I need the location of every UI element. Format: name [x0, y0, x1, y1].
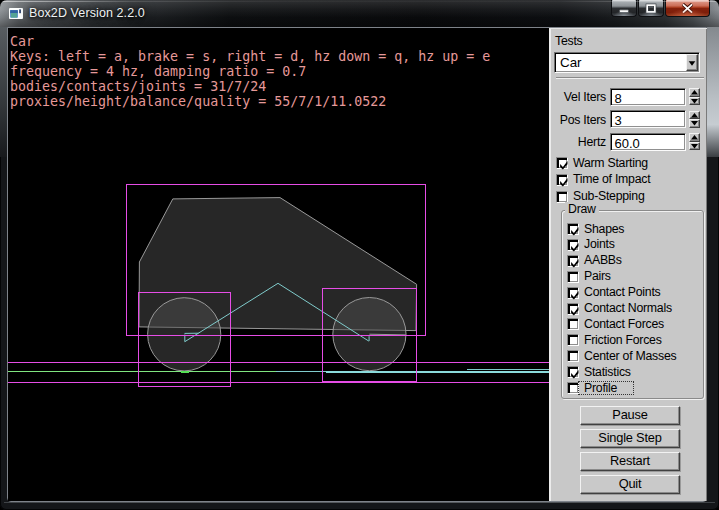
control-panel: TestsCarVel Iters8Pos Iters3Hertz60.0War…: [551, 28, 707, 501]
spinner-input-vel-iters[interactable]: 8: [610, 88, 686, 106]
draw-joints-checkbox[interactable]: [567, 239, 579, 251]
spinner-up-button[interactable]: [689, 133, 700, 142]
window-title: Box2D Version 2.2.0: [29, 6, 145, 20]
debug-text-line: Car: [10, 34, 34, 49]
maximize-button[interactable]: [638, 0, 664, 17]
draw-center-of-masses-checkbox[interactable]: [567, 350, 579, 362]
sim-sub-stepping-checkbox[interactable]: [556, 191, 568, 203]
draw-contact-normals-label: Contact Normals: [584, 301, 672, 315]
separator-line: [556, 77, 704, 79]
profile-focus-rect: [578, 381, 634, 396]
spinner-down-button[interactable]: [689, 142, 700, 151]
quit-button[interactable]: Quit: [580, 475, 680, 494]
sim-time-of-impact-label: Time of Impact: [573, 172, 650, 186]
draw-contact-points-label: Contact Points: [584, 285, 660, 299]
scene-svg: CarKeys: left = a, brake = s, right = d,…: [8, 28, 549, 501]
wheel-axis-line: [369, 334, 406, 335]
draw-shapes-checkbox[interactable]: [567, 223, 579, 235]
draw-center-of-masses-label: Center of Masses: [584, 349, 676, 363]
tests-label: Tests: [555, 34, 582, 48]
spinner-up-icon: [690, 134, 699, 141]
title-bar[interactable]: Box2D Version 2.2.0: [0, 0, 719, 27]
check-icon: [568, 288, 580, 300]
draw-pairs-checkbox[interactable]: [567, 271, 579, 283]
debug-text-line: proxies/height/balance/quality = 55/7/1/…: [10, 94, 386, 109]
debug-text-line: bodies/contacts/joints = 31/7/24: [10, 79, 266, 94]
spinner-value: 8: [615, 91, 622, 106]
single-step-button[interactable]: Single Step: [580, 429, 680, 448]
spinner-value: 3: [615, 113, 622, 128]
draw-statistics-label: Statistics: [584, 365, 631, 379]
spinner-down-icon: [690, 98, 699, 105]
maximize-glyph: [639, 0, 663, 17]
app-icon: [9, 8, 23, 19]
chevron-down-icon: [687, 56, 697, 71]
sim-warm-starting-label: Warm Starting: [573, 156, 648, 170]
draw-group-label: Draw: [565, 202, 599, 216]
minimize-button[interactable]: [611, 0, 637, 17]
draw-contact-forces-label: Contact Forces: [584, 317, 664, 331]
tests-dropdown[interactable]: Car: [554, 52, 700, 73]
draw-friction-forces-checkbox[interactable]: [567, 334, 579, 346]
spinner-up-button[interactable]: [689, 111, 700, 120]
close-glyph: [666, 0, 709, 17]
draw-joints-label: Joints: [584, 237, 615, 251]
spinner-down-button[interactable]: [689, 119, 700, 128]
sim-sub-stepping-label: Sub-Stepping: [573, 189, 645, 203]
draw-friction-forces-label: Friction Forces: [584, 333, 662, 347]
sim-warm-starting-checkbox[interactable]: [556, 157, 568, 169]
debug-text-line: frequency = 4 hz, damping ratio = 0.7: [10, 64, 306, 79]
close-button[interactable]: [665, 0, 710, 17]
check-icon: [568, 367, 580, 379]
window-frame-right: [707, 27, 719, 157]
sim-time-of-impact-checkbox[interactable]: [556, 174, 568, 186]
car-wheel: [148, 298, 221, 371]
debug-text-line: Keys: left = a, brake = s, right = d, hz…: [10, 49, 490, 64]
spinner-label-pos-iters: Pos Iters: [551, 113, 606, 127]
window-frame-bottom: [4, 502, 715, 503]
draw-aabbs-checkbox[interactable]: [567, 255, 579, 267]
check-icon: [568, 240, 580, 252]
spinner-label-vel-iters: Vel Iters: [551, 90, 606, 104]
simulation-canvas[interactable]: CarKeys: left = a, brake = s, right = d,…: [8, 28, 549, 501]
check-icon: [568, 256, 580, 268]
app-window: Box2D Version 2.2.0 CarKeys: left = a, b…: [0, 0, 719, 510]
contact-point: [181, 371, 189, 373]
spinner-value: 60.0: [615, 136, 640, 151]
draw-statistics-checkbox[interactable]: [567, 366, 579, 378]
spinner-up-icon: [690, 112, 699, 119]
spinner-down-icon: [690, 120, 699, 127]
draw-contact-points-checkbox[interactable]: [567, 287, 579, 299]
tests-dropdown-arrow-button[interactable]: [686, 54, 698, 71]
draw-aabbs-label: AABBs: [584, 253, 622, 267]
restart-button[interactable]: Restart: [580, 452, 680, 471]
check-icon: [568, 304, 580, 316]
spinner-down-button[interactable]: [689, 97, 700, 106]
check-icon: [557, 175, 569, 187]
spinner-up-button[interactable]: [689, 88, 700, 97]
spinner-up-icon: [690, 89, 699, 96]
draw-pairs-label: Pairs: [584, 269, 611, 283]
car-wheel: [333, 298, 406, 371]
draw-contact-forces-checkbox[interactable]: [567, 318, 579, 330]
spinner-label-hertz: Hertz: [551, 135, 606, 149]
close-icon: [666, 0, 709, 16]
check-icon: [557, 158, 569, 170]
minimize-icon: [612, 0, 636, 16]
minimize-glyph: [612, 0, 636, 17]
spinner-input-hertz[interactable]: 60.0: [610, 133, 686, 151]
check-icon: [568, 224, 580, 236]
tests-dropdown-value: Car: [560, 55, 582, 70]
spinner-down-icon: [690, 143, 699, 150]
draw-shapes-label: Shapes: [584, 222, 624, 236]
maximize-icon: [639, 0, 663, 16]
draw-contact-normals-checkbox[interactable]: [567, 303, 579, 315]
spinner-input-pos-iters[interactable]: 3: [610, 110, 686, 128]
pause-button[interactable]: Pause: [580, 406, 680, 425]
